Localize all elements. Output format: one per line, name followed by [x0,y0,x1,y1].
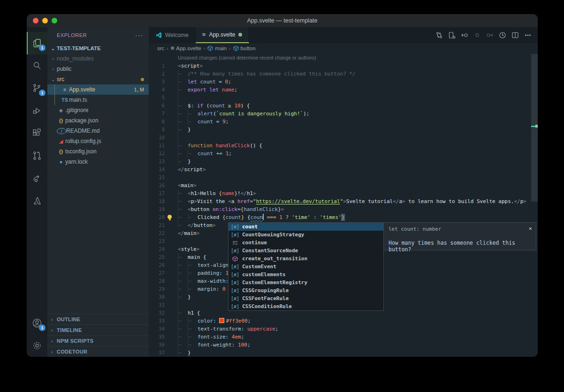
activity-extensions[interactable] [27,122,47,144]
suggestion-customelements[interactable]: [ø]customElements [229,271,383,279]
lightbulb-icon[interactable] [168,215,172,219]
tree-item-app-svelte[interactable]: ≡App.svelte1, M [47,84,149,95]
suggestion-count[interactable]: [ø]count [229,223,383,231]
code-line-15[interactable]: 15 [149,173,538,181]
activity-run-debug[interactable] [27,99,47,122]
breadcrumb-button[interactable]: button [233,45,256,51]
compare-changes-icon[interactable] [435,31,443,39]
run-file-icon[interactable] [498,31,507,39]
sidebar-more-actions-icon[interactable]: ··· [135,31,143,39]
code-line-10[interactable]: 10 [149,134,538,142]
activity-live-share[interactable] [27,167,47,189]
tree-item-public[interactable]: ›public [47,64,149,74]
tree-item-package-json[interactable]: {}package.json [47,115,149,126]
sidebar-section-outline[interactable]: ›OUTLINE [47,314,149,324]
more-actions-icon[interactable] [524,31,532,39]
code-line-4[interactable]: 4→export let name; [149,86,538,94]
title-bar: App.svelte — test-template [27,14,538,27]
readme-info-icon: i [57,128,66,134]
line-number: 6 [149,102,165,110]
activity-github-pull-requests[interactable] [27,144,47,167]
code-line-34[interactable]: 34→→text-transform: uppercase; [149,325,538,333]
code-line-7[interactable]: 7→→alert(`count is dangerously high!`); [149,110,538,118]
suggestion-signature: let count: number [389,226,442,232]
suggestion-cssgroupingrule[interactable]: [ø]CSSGroupingRule [229,286,383,294]
code-line-36[interactable]: 36→→font-weight: 100; [149,341,538,349]
code-line-12[interactable]: 12→→count += 1; [149,150,538,158]
code-line-20[interactable]: 20→→Clicked {count} {coun === 1 ? 'time'… [149,213,538,221]
activity-explorer[interactable]: 1 [27,32,47,54]
tree-item-tsconfig-json[interactable]: {}tsconfig.json [47,146,149,157]
code-line-2[interactable]: 2→/** How many times has someone clicked… [149,70,538,78]
suggestion-create_out_transition[interactable]: create_out_transition [229,255,383,263]
suggestion-countqueuingstrategy[interactable]: [ø]CountQueuingStrategy [229,231,383,239]
workspace-root-folder[interactable]: ⌄ TEST-TEMPLATE [47,43,149,53]
tree-item-src[interactable]: ⌄src [47,74,149,84]
code-line-16[interactable]: 16<main> [149,181,538,189]
close-icon[interactable]: ✕ [529,225,532,232]
symbol-keyword-icon [230,240,240,246]
code-line-33[interactable]: 33→→color: #ff3e00; [149,317,538,325]
activity-azure[interactable] [27,189,47,212]
code-line-5[interactable]: 5 [149,94,538,102]
suggestion-customevent[interactable]: [ø]CustomEvent [229,263,383,271]
code-line-8[interactable]: 8→→count = 9; [149,118,538,126]
gitlens-annotation[interactable]: Unsaved changes (cannot determine recent… [178,55,316,60]
scrollbar-thumb[interactable] [531,54,538,202]
line-number: 13 [149,158,165,166]
suggestion-constantsourcenode[interactable]: [ø]ConstantSourceNode [229,247,383,255]
code-line-6[interactable]: 6→$: if (count ≥ 10) { [149,102,538,110]
tree-item--gitignore[interactable]: ◈.gitignore [47,105,149,115]
suggestion-cssfontfacerule[interactable]: [ø]CSSFontFaceRule [229,294,383,302]
breadcrumb-app-svelte[interactable]: ≡ App.svelte [171,45,201,51]
breadcrumb-src[interactable]: src [157,45,164,51]
code-line-19[interactable]: 19→<button on:click={handleClick}> [149,205,538,213]
code-lines: 1<script>2→/** How many times has someon… [149,62,538,357]
rollup-file-icon: ◢ [57,138,65,144]
code-line-13[interactable]: 13→} [149,158,538,166]
open-changes-icon[interactable] [448,31,456,39]
breadcrumb-main[interactable]: main [207,45,227,51]
navigate-back-icon[interactable] [460,31,469,39]
symbol-variable-icon: [ø] [230,224,240,229]
tab-welcome[interactable]: Welcome [149,27,196,43]
code-line-37[interactable]: 37→} [149,349,538,357]
code-editor[interactable]: Unsaved changes (cannot determine recent… [149,53,538,357]
tree-item-readme-md[interactable]: iREADME.md [47,126,149,136]
code-line-3[interactable]: 3→let count = 0; [149,78,538,86]
code-line-18[interactable]: 18→<p>Visit the <a href="https://svelte.… [149,197,538,205]
tree-item-rollup-config-js[interactable]: ◢rollup.config.js [47,136,149,146]
breadcrumb: src › ≡ App.svelte › main › button [149,43,538,53]
code-text: </script> [178,166,206,173]
sidebar-section-codetour[interactable]: ›CODETOUR [47,346,149,357]
code-line-35[interactable]: 35→→font-size: 4em; [149,333,538,341]
navigate-forward-icon[interactable] [486,31,494,39]
suggestion-cssconditionrule[interactable]: [ø]CSSConditionRule [229,302,383,310]
tree-item-main-ts[interactable]: TSmain.ts [47,95,149,105]
split-editor-icon[interactable] [511,31,519,39]
sidebar-section-npm-scripts[interactable]: ›NPM SCRIPTS [47,335,149,346]
tree-item-yarn-lock[interactable]: ●yarn.lock [47,157,149,167]
problems-modified-badge: 1, M [134,87,144,92]
code-line-14[interactable]: 14</script> [149,166,538,173]
activity-accounts[interactable]: 1 [27,312,47,334]
activity-search[interactable] [27,54,47,77]
code-line-9[interactable]: 9→} [149,126,538,134]
activity-settings[interactable] [27,334,47,357]
activity-source-control[interactable]: 1 [27,77,47,99]
code-line-17[interactable]: 17→<h1>Hello {name}!</h1> [149,189,538,197]
line-number: 36 [149,341,165,349]
tab-app-svelte[interactable]: ≡ App.svelte [196,27,250,43]
circle-icon[interactable] [473,31,481,39]
unsaved-changes-dot[interactable] [238,33,242,37]
source-control-badge: 1 [39,90,46,96]
code-line-1[interactable]: 1<script> [149,62,538,70]
tree-item-node-modules[interactable]: ›node_modules [47,53,149,64]
code-text: →main { [178,253,206,261]
line-number: 9 [149,126,165,134]
modified-dot [141,78,144,81]
suggestion-continue[interactable]: continue [229,239,383,247]
code-line-11[interactable]: 11→function handleClick() { [149,142,538,150]
sidebar-section-timeline[interactable]: ›TIMELINE [47,324,149,335]
suggestion-customelementregistry[interactable]: [ø]CustomElementRegistry [229,279,383,286]
